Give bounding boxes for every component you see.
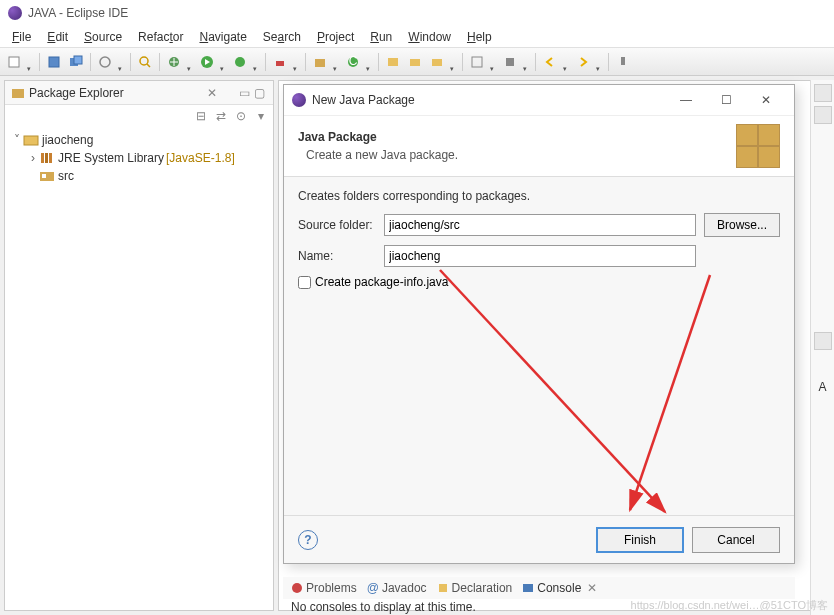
menu-run[interactable]: Run [362,28,400,46]
build-icon[interactable] [500,52,520,72]
source-folder-input[interactable] [384,214,696,236]
svg-text:C: C [349,55,358,68]
menu-bar: File Edit Source Refactor Navigate Searc… [0,26,834,48]
svg-rect-0 [9,57,19,67]
window-title-bar: JAVA - Eclipse IDE [0,0,834,26]
svg-point-5 [140,57,148,65]
minimap-icon[interactable] [814,332,832,350]
svg-rect-22 [41,153,44,163]
console-message: No consoles to display at this time. [283,599,484,615]
link-editor-icon[interactable]: ⇄ [213,108,229,124]
banner-description: Create a new Java package. [298,148,736,162]
new-class-icon[interactable]: C [343,52,363,72]
close-button[interactable]: ✕ [746,88,786,112]
save-all-icon[interactable] [66,52,86,72]
back-icon[interactable] [540,52,560,72]
svg-rect-10 [276,61,284,66]
view-close-icon[interactable]: ✕ [207,86,217,100]
src-folder-label: src [58,169,74,183]
menu-project[interactable]: Project [309,28,362,46]
svg-rect-23 [45,153,48,163]
menu-source[interactable]: Source [76,28,130,46]
svg-line-6 [147,64,150,67]
minimize-icon[interactable]: ▭ [239,86,250,100]
eclipse-icon [8,6,22,20]
dialog-title-bar[interactable]: New Java Package — ☐ ✕ [284,85,794,115]
cancel-button[interactable]: Cancel [692,527,780,553]
folder2-icon[interactable] [427,52,447,72]
coverage-icon[interactable] [230,52,250,72]
maximize-button[interactable]: ☐ [706,88,746,112]
debug-icon[interactable] [164,52,184,72]
svg-rect-15 [410,59,420,66]
pin-icon[interactable] [613,52,633,72]
view-menu-icon[interactable]: ▾ [253,108,269,124]
library-icon [39,150,55,166]
src-folder-node[interactable]: src [7,167,271,185]
svg-rect-3 [74,56,82,64]
collapse-all-icon[interactable]: ⊟ [193,108,209,124]
outline-icon[interactable] [814,84,832,102]
right-trim-bar: A [810,80,834,615]
minimize-button[interactable]: — [666,88,706,112]
search-icon[interactable] [135,52,155,72]
finish-button[interactable]: Finish [596,527,684,553]
project-label: jiaocheng [42,133,93,147]
new-java-package-dialog: New Java Package — ☐ ✕ Java Package Crea… [283,84,795,564]
svg-rect-26 [42,174,46,178]
svg-rect-21 [24,136,38,145]
svg-rect-24 [49,153,52,163]
menu-help[interactable]: Help [459,28,500,46]
save-icon[interactable] [44,52,64,72]
main-toolbar: C [0,48,834,76]
menu-navigate[interactable]: Navigate [191,28,254,46]
focus-icon[interactable]: ⊙ [233,108,249,124]
run-icon[interactable] [197,52,217,72]
folder-icon[interactable] [405,52,425,72]
project-node[interactable]: ˅ jiaocheng [7,131,271,149]
menu-search[interactable]: Search [255,28,309,46]
new-package-icon[interactable] [310,52,330,72]
package-explorer-icon [11,86,25,100]
external-tools-icon[interactable] [270,52,290,72]
task-list-icon[interactable] [814,106,832,124]
svg-rect-20 [12,89,24,98]
jre-decoration: [JavaSE-1.8] [166,151,235,165]
dialog-footer: ? Finish Cancel [284,515,794,563]
src-folder-icon [39,168,55,184]
new-icon[interactable] [4,52,24,72]
name-label: Name: [298,249,384,263]
svg-rect-30 [439,584,447,592]
tab-console[interactable]: Console✕ [522,581,597,595]
forward-icon[interactable] [573,52,593,72]
tab-problems[interactable]: Problems [291,581,357,595]
svg-rect-31 [523,584,533,592]
svg-rect-16 [432,59,442,66]
svg-rect-14 [388,58,398,66]
menu-file[interactable]: File [4,28,39,46]
open-task-icon[interactable] [383,52,403,72]
svg-point-4 [100,57,110,67]
help-icon[interactable]: ? [298,530,318,550]
name-input[interactable] [384,245,696,267]
menu-refactor[interactable]: Refactor [130,28,191,46]
menu-edit[interactable]: Edit [39,28,76,46]
right-strip-letter: A [811,380,834,394]
open-type-icon[interactable] [95,52,115,72]
eclipse-icon [292,93,306,107]
tab-declaration[interactable]: Declaration [437,581,513,595]
source-folder-label: Source folder: [298,218,384,232]
banner-heading: Java Package [298,130,736,144]
perspective-icon[interactable] [467,52,487,72]
package-explorer-title: Package Explorer [29,86,203,100]
jre-library-node[interactable]: › JRE System Library [JavaSE-1.8] [7,149,271,167]
menu-window[interactable]: Window [400,28,459,46]
maximize-icon[interactable]: ▢ [254,86,265,100]
svg-rect-19 [621,57,625,65]
bottom-tab-bar: Problems @Javadoc Declaration Console✕ [283,577,795,599]
browse-button[interactable]: Browse... [704,213,780,237]
create-package-info-checkbox[interactable] [298,276,311,289]
project-icon [23,132,39,148]
dialog-banner: Java Package Create a new Java package. [284,115,794,177]
tab-javadoc[interactable]: @Javadoc [367,581,427,595]
